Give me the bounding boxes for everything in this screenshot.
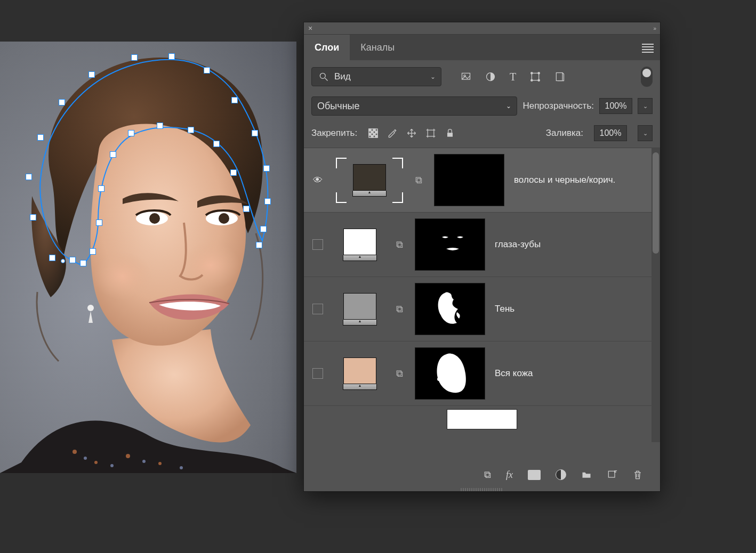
- panel-menu-icon[interactable]: [642, 42, 654, 54]
- lock-row: Закрепить: Заливка: 100% ⌄: [304, 122, 660, 148]
- layer-thumbnail[interactable]: [336, 229, 384, 261]
- mask-link-icon[interactable]: ⧉: [393, 304, 405, 315]
- layers-panel: × » Слои Каналы Вид ⌄ T: [304, 22, 660, 491]
- mask-link-icon[interactable]: ⧉: [413, 175, 424, 186]
- svg-point-23: [538, 72, 540, 74]
- svg-rect-35: [375, 135, 377, 137]
- scrollbar-thumb[interactable]: [653, 152, 659, 254]
- layer-filter-label: Вид: [334, 71, 351, 82]
- lock-all-icon[interactable]: [445, 128, 455, 139]
- visibility-toggle[interactable]: [312, 239, 323, 250]
- svg-point-6: [110, 464, 114, 467]
- visibility-toggle[interactable]: [312, 368, 323, 379]
- layer-mask-thumbnail[interactable]: [415, 283, 485, 335]
- tab-channels[interactable]: Каналы: [350, 35, 405, 60]
- delete-layer-icon[interactable]: [632, 469, 643, 480]
- mask-link-icon[interactable]: ⧉: [393, 239, 405, 250]
- svg-point-15: [87, 305, 94, 311]
- layers-scrollbar[interactable]: [652, 148, 660, 442]
- blend-mode-select[interactable]: Обычные ⌄: [311, 96, 517, 116]
- layer-thumbnail[interactable]: [336, 293, 384, 326]
- svg-point-2: [94, 461, 98, 464]
- filter-image-icon[interactable]: [461, 71, 471, 82]
- close-icon[interactable]: ×: [308, 24, 312, 32]
- layer-thumbnail[interactable]: [345, 164, 393, 197]
- svg-rect-37: [447, 133, 453, 136]
- svg-point-22: [531, 72, 533, 74]
- tab-layers[interactable]: Слои: [304, 35, 350, 60]
- layers-list: 👁 ⧉ волосы и черные/корич.: [304, 148, 660, 442]
- fill-label: Заливка:: [546, 128, 583, 139]
- photo-illustration: [0, 42, 296, 473]
- add-mask-icon[interactable]: [528, 470, 541, 480]
- filter-shape-icon[interactable]: [530, 71, 541, 82]
- svg-rect-36: [428, 130, 434, 136]
- panel-tabs: Слои Каналы: [304, 35, 660, 60]
- layer-name-label[interactable]: Тень: [495, 304, 649, 314]
- filter-text-icon[interactable]: T: [510, 71, 516, 83]
- link-layers-icon[interactable]: ⧉: [484, 469, 491, 481]
- layer-row[interactable]: ⧉ Вся кожа: [304, 341, 660, 406]
- lock-transparency-icon[interactable]: [368, 128, 379, 139]
- visibility-eye-icon[interactable]: 👁: [313, 175, 323, 186]
- collapse-icon[interactable]: »: [653, 26, 656, 31]
- layer-row[interactable]: 👁 ⧉ волосы и черные/корич.: [304, 148, 660, 213]
- layer-thumb-selected-frame: [336, 158, 403, 203]
- layer-filter-row: Вид ⌄ T: [304, 60, 660, 93]
- layer-row[interactable]: ⧉ Тень: [304, 277, 660, 341]
- panel-topbar: × »: [304, 22, 660, 35]
- svg-point-1: [73, 450, 77, 454]
- visibility-toggle[interactable]: [312, 304, 323, 314]
- svg-line-17: [325, 78, 328, 81]
- filter-type-icons: T: [461, 71, 565, 83]
- panel-resize-grip[interactable]: [461, 488, 503, 491]
- fx-icon[interactable]: fx: [506, 469, 513, 481]
- lock-label: Закрепить:: [311, 128, 357, 139]
- layer-mask-thumbnail[interactable]: [415, 347, 485, 400]
- fill-input[interactable]: 100%: [594, 125, 627, 141]
- svg-point-16: [320, 73, 325, 78]
- svg-rect-26: [557, 73, 563, 81]
- layer-name-label[interactable]: волосы и черные/корич.: [514, 175, 649, 185]
- document-canvas[interactable]: [0, 42, 296, 473]
- svg-rect-34: [371, 135, 373, 137]
- search-icon: [318, 71, 329, 82]
- filter-adjustment-icon[interactable]: [485, 71, 496, 82]
- filter-toggle[interactable]: [641, 67, 653, 87]
- svg-point-10: [181, 241, 240, 289]
- svg-point-24: [531, 79, 533, 81]
- chevron-down-icon: ⌄: [506, 102, 511, 110]
- chevron-down-icon: ⌄: [430, 73, 436, 80]
- svg-point-3: [126, 454, 130, 458]
- lock-paint-icon[interactable]: [387, 128, 398, 139]
- layer-row-partial[interactable]: [304, 406, 660, 429]
- fill-scrubber[interactable]: ⌄: [638, 125, 653, 141]
- new-group-icon[interactable]: [581, 469, 592, 480]
- layer-filter-select[interactable]: Вид ⌄: [311, 67, 441, 86]
- layer-row[interactable]: ⧉ глаза-зубы: [304, 213, 660, 277]
- svg-point-4: [158, 462, 162, 465]
- svg-rect-38: [608, 471, 615, 477]
- blend-opacity-row: Обычные ⌄ Непрозрачность: 100% ⌄: [304, 93, 660, 122]
- lock-artboard-icon[interactable]: [425, 128, 436, 139]
- layer-mask-thumbnail[interactable]: [434, 154, 504, 206]
- svg-point-9: [93, 252, 152, 300]
- svg-point-25: [538, 79, 540, 81]
- layer-thumbnail[interactable]: [336, 357, 384, 390]
- svg-point-7: [142, 460, 146, 463]
- svg-point-8: [180, 466, 183, 469]
- opacity-scrubber[interactable]: ⌄: [638, 98, 653, 114]
- new-adjustment-icon[interactable]: [556, 469, 566, 480]
- mask-link-icon[interactable]: ⧉: [393, 368, 405, 379]
- layer-mask-thumbnail[interactable]: [415, 218, 485, 271]
- new-layer-icon[interactable]: [607, 469, 617, 480]
- app-stage: × » Слои Каналы Вид ⌄ T: [0, 0, 756, 553]
- opacity-input[interactable]: 100%: [599, 98, 632, 114]
- layers-panel-footer: ⧉ fx: [304, 461, 660, 488]
- layer-mask-thumbnail[interactable]: [447, 409, 517, 429]
- svg-point-5: [84, 457, 87, 460]
- filter-smartobj-icon[interactable]: [554, 71, 565, 82]
- lock-position-icon[interactable]: [406, 128, 417, 139]
- layer-name-label[interactable]: Вся кожа: [495, 368, 649, 379]
- layer-name-label[interactable]: глаза-зубы: [495, 239, 649, 250]
